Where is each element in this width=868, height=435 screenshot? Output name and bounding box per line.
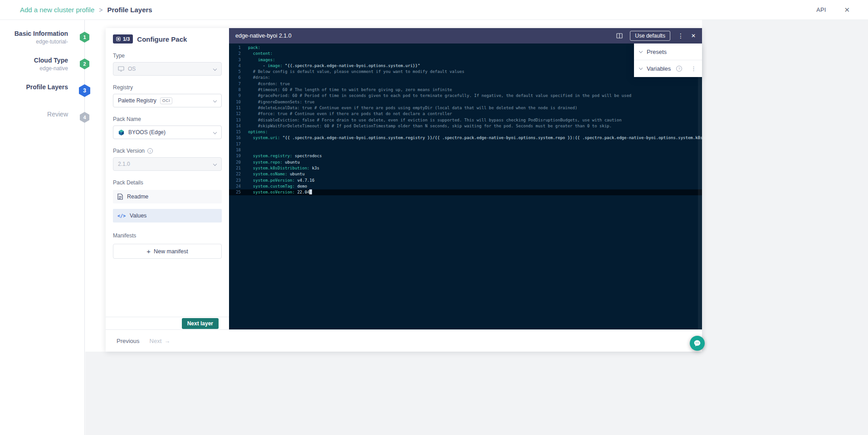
split-view-icon[interactable] (616, 33, 623, 39)
code-line[interactable]: 3 images: (229, 57, 702, 63)
previous-button[interactable]: Previous (117, 338, 140, 344)
code-text: content: (248, 51, 273, 57)
api-button[interactable]: API (816, 7, 826, 13)
editor-close-icon[interactable]: ✕ (691, 33, 696, 39)
line-number: 23 (229, 178, 241, 184)
code-line[interactable]: 18 (229, 147, 702, 153)
next-button[interactable]: Next → (150, 338, 171, 344)
top-bar: Add a new cluster profile > Profile Laye… (0, 0, 868, 20)
line-number: 10 (229, 99, 241, 105)
scrollbar[interactable] (698, 44, 702, 329)
code-line[interactable]: 7 #cordon: true (229, 81, 702, 87)
line-number: 20 (229, 160, 241, 165)
breadcrumb: Add a new cluster profile > Profile Laye… (20, 6, 152, 14)
line-number: 17 (229, 141, 241, 147)
code-text: #drain: (248, 75, 270, 81)
code-text: #disableEviction: false # Force drain to… (248, 117, 622, 123)
code-line[interactable]: 20 system.repo: ubuntu (229, 160, 702, 165)
code-line[interactable]: 4 - image: "{{.spectro.pack.edge-native-… (229, 63, 702, 69)
kebab-menu-icon[interactable]: ⋮ (678, 33, 684, 39)
readme-tab[interactable]: Readme (113, 190, 222, 203)
step-badge-4: 4 (80, 112, 89, 123)
line-number: 25 (229, 189, 241, 195)
next-layer-button[interactable]: Next layer (182, 318, 219, 329)
code-text: system.osVersion: 22.04 (248, 189, 312, 195)
code-line[interactable]: 9 #gracePeriod: 60 # Period of time in s… (229, 93, 702, 99)
code-line[interactable]: 16 system.uri: "{{ .spectro.pack.edge-na… (229, 135, 702, 141)
registry-select[interactable]: Palette Registry OCI (113, 94, 222, 107)
pack-name-value: BYOOS (Edge) (128, 129, 166, 135)
code-line[interactable]: 10 #ignoreDaemonSets: true (229, 99, 702, 105)
editor-side-panel: Presets Variables ? ⋮ (634, 44, 702, 77)
use-defaults-button[interactable]: Use defaults (630, 31, 670, 41)
chevron-down-icon (639, 66, 643, 70)
stepper-step-cloud-type[interactable]: Cloud Type edge-native (34, 57, 68, 72)
code-line[interactable]: 24 system.customTag: demo (229, 184, 702, 189)
code-line[interactable]: 22 system.osName: ubuntu (229, 171, 702, 177)
help-chat-button[interactable] (690, 336, 705, 351)
variables-label: Variables (647, 65, 671, 72)
variables-toggle[interactable]: Variables ? ⋮ (634, 60, 702, 77)
code-line[interactable]: 23 system.peVersion: v4.7.16 (229, 178, 702, 184)
pack-name-label: Pack Name (113, 116, 222, 122)
breadcrumb-current: Profile Layers (107, 6, 152, 14)
chevron-down-icon (213, 162, 217, 166)
close-icon[interactable]: ✕ (844, 6, 850, 13)
page-content: Basic Information edge-tutorial- 1 Cloud… (0, 20, 868, 435)
code-text: #deleteLocalData: true # Continue even i… (248, 105, 577, 111)
code-text: #cordon: true (248, 81, 290, 87)
code-text: system.peVersion: v4.7.16 (248, 178, 314, 184)
breadcrumb-link-add-cluster-profile[interactable]: Add a new cluster profile (20, 6, 94, 14)
line-number: 7 (229, 81, 241, 87)
new-manifest-button[interactable]: + New manifest (113, 244, 222, 259)
help-icon[interactable]: ? (676, 66, 682, 72)
code-line[interactable]: 15options: (229, 129, 702, 135)
stepper-step-profile-layers[interactable]: Profile Layers (26, 83, 68, 91)
code-line[interactable]: 12 #force: true # Continue even if there… (229, 111, 702, 117)
wizard-footer: Previous Next → (106, 329, 702, 352)
pack-icon (116, 37, 121, 41)
step-title: Cloud Type (34, 57, 68, 64)
presets-toggle[interactable]: Presets (634, 44, 702, 60)
line-number: 24 (229, 184, 241, 189)
variables-menu-icon[interactable]: ⋮ (691, 65, 697, 72)
code-line[interactable]: 8 #timeout: 60 # The length of time to w… (229, 87, 702, 93)
code-text: #skipWaitForDeleteTimeout: 60 # If pod D… (248, 123, 612, 129)
type-label: Type (113, 53, 222, 59)
pack-version-select[interactable]: 2.1.0 (113, 157, 222, 171)
document-icon (117, 193, 123, 200)
code-line[interactable]: 19 system.registry: spectrodocs (229, 153, 702, 159)
code-text: system.uri: "{{ .spectro.pack.edge-nativ… (248, 135, 702, 141)
code-text: system.osName: ubuntu (248, 171, 305, 177)
code-area: 1pack:2 content:3 images:4 - image: "{{.… (229, 44, 702, 329)
code-text: system.customTag: demo (248, 184, 307, 189)
step-title: Review (47, 111, 68, 118)
line-number: 5 (229, 69, 241, 75)
values-tab[interactable]: </> Values (113, 209, 222, 222)
pack-details-label: Pack Details (113, 179, 222, 186)
os-monitor-icon (118, 66, 124, 72)
line-number: 1 (229, 45, 241, 51)
plus-icon: + (146, 248, 151, 255)
line-number: 9 (229, 93, 241, 99)
pack-form: 1/3 Configure Pack Type OS Registry Pale… (106, 28, 229, 329)
stepper-step-review[interactable]: Review (47, 111, 68, 118)
info-icon[interactable]: i (147, 148, 153, 154)
code-line[interactable]: 5 # Below config is default value, pleas… (229, 69, 702, 75)
code-line[interactable]: 2 content: (229, 51, 702, 57)
code-line[interactable]: 14 #skipWaitForDeleteTimeout: 60 # If po… (229, 123, 702, 129)
code-line[interactable]: 25 system.osVersion: 22.04 (229, 189, 702, 195)
code-line[interactable]: 17 (229, 141, 702, 147)
code-text: images: (248, 57, 275, 63)
type-select[interactable]: OS (113, 62, 222, 76)
code-line[interactable]: 21 system.k8sDistribution: k3s (229, 165, 702, 171)
chat-icon (693, 339, 701, 347)
stepper-step-basic-information[interactable]: Basic Information edge-tutorial- (15, 30, 68, 45)
editor-title: edge-native-byoi 2.1.0 (235, 33, 292, 39)
pack-name-select[interactable]: BYOOS (Edge) (113, 126, 222, 139)
code-line[interactable]: 11 #deleteLocalData: true # Continue eve… (229, 105, 702, 111)
line-number: 13 (229, 117, 241, 123)
code-line[interactable]: 6 #drain: (229, 75, 702, 81)
code-line[interactable]: 13 #disableEviction: false # Force drain… (229, 117, 702, 123)
code-line[interactable]: 1pack: (229, 45, 702, 51)
